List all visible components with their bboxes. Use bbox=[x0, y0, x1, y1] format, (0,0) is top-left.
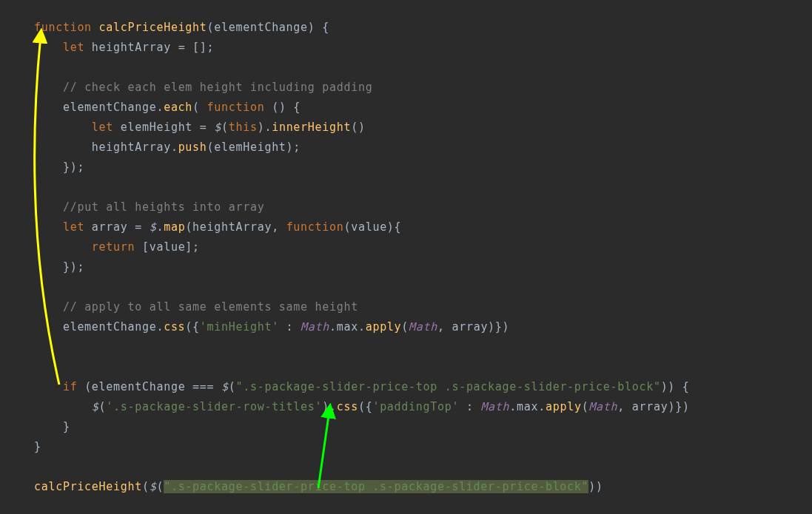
keyword-function: function bbox=[34, 21, 92, 34]
code-line: elementChange.css({'minHeight' : Math.ma… bbox=[34, 317, 812, 337]
code-line: } bbox=[34, 437, 812, 457]
comment: // apply to all same elements same heigh… bbox=[63, 300, 358, 314]
code-line: } bbox=[34, 417, 812, 437]
code-line bbox=[34, 58, 812, 78]
comment: // check each elem height including padd… bbox=[63, 81, 372, 94]
code-line: // apply to all same elements same heigh… bbox=[34, 297, 812, 317]
code-line bbox=[34, 457, 812, 477]
code-line: }); bbox=[34, 257, 812, 277]
function-name: calcPriceHeight bbox=[99, 21, 207, 34]
code-line: heightArray.push(elemHeight); bbox=[34, 138, 812, 158]
code-line: elementChange.each( function () { bbox=[34, 98, 812, 118]
code-line: }); bbox=[34, 158, 812, 177]
code-line: calcPriceHeight($(".s-package-slider-pri… bbox=[34, 477, 812, 497]
code-line bbox=[34, 337, 812, 357]
code-line: let heightArray = []; bbox=[34, 38, 812, 58]
highlighted-string: ".s-package-slider-price-top .s-package-… bbox=[164, 480, 588, 493]
comment: //put all heights into array bbox=[63, 200, 264, 214]
code-line: //put all heights into array bbox=[34, 197, 812, 217]
code-line: function calcPriceHeight(elementChange) … bbox=[34, 18, 812, 38]
code-line bbox=[34, 177, 812, 197]
code-line: let array = $.map(heightArray, function(… bbox=[34, 217, 812, 237]
code-line: return [value]; bbox=[34, 237, 812, 257]
code-editor[interactable]: function calcPriceHeight(elementChange) … bbox=[0, 0, 812, 514]
code-line: let elemHeight = $(this).innerHeight() bbox=[34, 118, 812, 138]
code-line: $('.s-package-slider-row-titles').css({'… bbox=[34, 397, 812, 417]
code-line bbox=[34, 277, 812, 297]
code-line bbox=[34, 357, 812, 377]
code-line: // check each elem height including padd… bbox=[34, 78, 812, 98]
code-line: if (elementChange === $(".s-package-slid… bbox=[34, 377, 812, 397]
